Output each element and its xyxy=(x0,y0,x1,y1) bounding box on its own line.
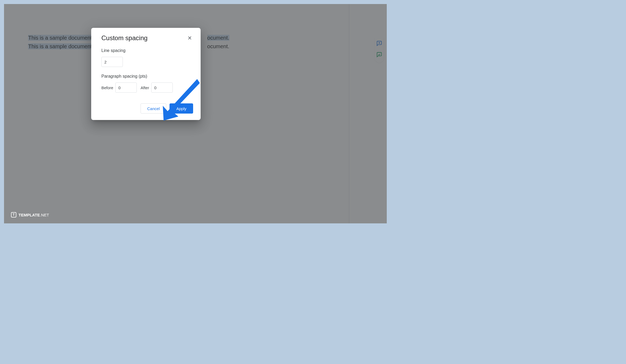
dialog-footer: Cancel Apply xyxy=(101,103,193,114)
after-input[interactable] xyxy=(151,82,173,93)
dialog-title: Custom spacing xyxy=(101,34,148,42)
app-frame: This is a sample document. This is ocume… xyxy=(4,4,387,223)
before-input[interactable] xyxy=(115,82,137,93)
dialog-header: Custom spacing ✕ xyxy=(101,34,193,42)
watermark-brand: TEMPLATE xyxy=(19,213,40,217)
after-label: After xyxy=(141,85,149,90)
line-spacing-label: Line spacing xyxy=(101,48,193,53)
watermark-logo-icon: T xyxy=(11,212,16,217)
custom-spacing-dialog: Custom spacing ✕ Line spacing Paragraph … xyxy=(91,28,201,120)
cancel-button[interactable]: Cancel xyxy=(141,103,167,114)
watermark: T TEMPLATE.NET xyxy=(11,212,49,217)
watermark-tld: .NET xyxy=(40,213,49,217)
paragraph-spacing-row: Before After xyxy=(101,82,193,93)
apply-button[interactable]: Apply xyxy=(170,103,193,114)
close-icon[interactable]: ✕ xyxy=(186,34,193,42)
line-spacing-input[interactable] xyxy=(101,57,123,67)
paragraph-spacing-label: Paragraph spacing (pts) xyxy=(101,74,193,79)
before-label: Before xyxy=(101,85,113,90)
